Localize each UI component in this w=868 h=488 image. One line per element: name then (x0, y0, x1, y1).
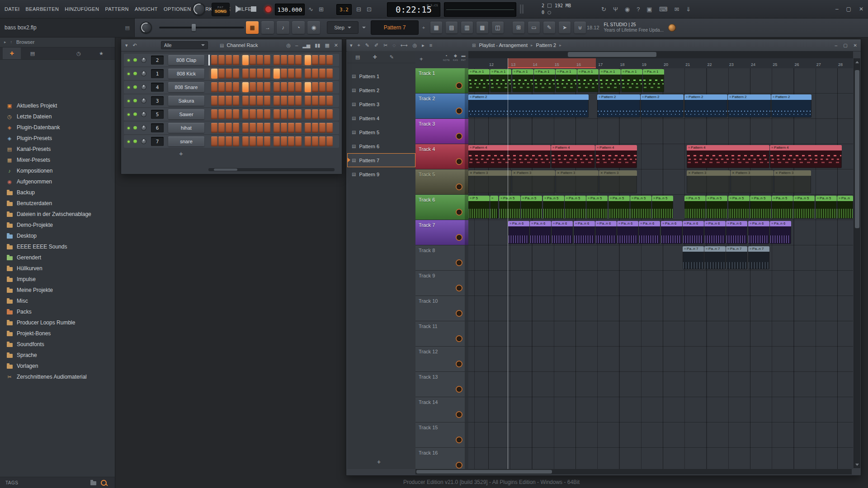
menu-item-hinzuf-gen[interactable]: HINZUFÜGEN (65, 6, 99, 12)
track-arm-button[interactable] (456, 361, 462, 367)
step-7[interactable] (257, 109, 263, 119)
tab-plugins[interactable]: ▤ (24, 47, 42, 59)
plugin-database-button[interactable]: ⊞ (513, 22, 524, 33)
browser-item-impulse[interactable]: Impulse (0, 274, 115, 285)
track-arm-button[interactable] (456, 82, 462, 89)
slip-tool[interactable]: ⟷ (401, 42, 408, 48)
select-tool[interactable]: ⌖ (358, 42, 360, 48)
grid-view-button[interactable]: ▦ (325, 42, 329, 48)
step-15[interactable] (319, 55, 326, 65)
browser-item-desktop[interactable]: Desktop (0, 230, 115, 241)
step-8[interactable] (264, 109, 270, 119)
clip-pa-n-7[interactable]: ≡Pa..n 7 (748, 246, 769, 269)
track-arm-button[interactable] (456, 335, 462, 342)
step-12[interactable] (295, 55, 302, 65)
clip-pa-n-5[interactable]: ≡Pa..n 5 (499, 196, 520, 219)
track-lane-15[interactable] (468, 422, 853, 448)
track-lane-16[interactable] (468, 448, 853, 469)
step-9[interactable] (274, 69, 280, 79)
track-lane-9[interactable] (468, 271, 853, 296)
draw-tool[interactable]: ✎ (365, 42, 369, 48)
channel-led[interactable] (127, 127, 130, 129)
browser-item-vorlagen[interactable]: Vorlagen (0, 361, 115, 371)
track-header-7[interactable]: Track 7 (415, 220, 468, 245)
channel-button[interactable]: snare (168, 136, 204, 146)
playlist-vertical-scrollbar[interactable] (854, 58, 860, 468)
oscillator-view-icon[interactable]: ◎ (287, 42, 291, 48)
browser-item-demo-projekte[interactable]: Demo-Projekte (0, 220, 115, 230)
tab-recent[interactable]: ◷ (70, 47, 88, 59)
step-4[interactable] (233, 96, 239, 106)
slice-tool[interactable]: ≡ (429, 42, 432, 48)
slider-handle[interactable] (192, 24, 196, 31)
minimize-button[interactable]: – (835, 6, 839, 12)
clip-pa-n-5[interactable]: ≡Pa..n 5 (750, 196, 771, 219)
step-10[interactable] (281, 96, 287, 106)
browser-item-producer-loops-rumble[interactable]: Producer Loops Rumble (0, 317, 115, 328)
project-filename-box[interactable]: bass box2.flp ▤ (0, 18, 135, 37)
clip-pattern-2[interactable]: ≡Pattern 2 (684, 94, 727, 117)
channel-led[interactable] (127, 113, 130, 116)
step-12[interactable] (295, 123, 302, 133)
render-button[interactable]: ➤ (559, 22, 571, 33)
step-9[interactable] (274, 55, 280, 65)
step-4[interactable] (233, 55, 239, 65)
pattern-item-pattern-4[interactable]: ▤Pattern 4 (347, 111, 415, 125)
step-3[interactable] (226, 136, 232, 146)
midi-keyboard-icon[interactable]: ⊞ (319, 6, 324, 13)
step-1[interactable] (211, 69, 217, 79)
browser-item-plugin-datenbank[interactable]: ◈Plugin-Datenbank (0, 122, 115, 133)
browser-item-eeee-eeee-sounds[interactable]: EEEE EEEE Sounds (0, 241, 115, 252)
clip-pattern-2[interactable]: ≡Pattern 2 (728, 94, 771, 117)
step-14[interactable] (312, 136, 318, 146)
step-1[interactable] (211, 96, 217, 106)
step-7[interactable] (257, 55, 263, 65)
clip-pattern-3[interactable]: ✕Pattern 3 (599, 170, 637, 193)
track-arm-button[interactable] (456, 183, 462, 190)
clip-pa-n-7[interactable]: ≡Pa..n 7 (704, 246, 726, 269)
channel-pan-knob[interactable] (141, 139, 146, 144)
track-header-11[interactable]: Track 11 (415, 321, 468, 347)
step-10[interactable] (281, 136, 287, 146)
step-12[interactable] (295, 96, 302, 106)
step-2[interactable] (218, 82, 225, 92)
add-track-button[interactable]: + (420, 56, 423, 62)
picker-add-pattern-button[interactable]: ✚ (373, 54, 377, 60)
step-14[interactable] (312, 55, 318, 65)
step-6[interactable] (250, 82, 256, 92)
typing-piano-button[interactable]: ▦ (246, 21, 259, 34)
picker-rename-button[interactable]: ✎ (390, 54, 394, 60)
browser-item-meine-projekte[interactable]: Meine Projekte (0, 285, 115, 296)
step-4[interactable] (233, 109, 239, 119)
loop-record-button[interactable]: ◉ (307, 21, 320, 34)
channel-mute-toggle[interactable] (133, 126, 137, 130)
step-14[interactable] (312, 123, 318, 133)
step-11[interactable] (288, 109, 294, 119)
track-lane-1[interactable]: ≡Pa..n 1≡Pa..n 1≡Pa..n 1≡Pa..n 1≡Pa..n 1… (468, 68, 853, 94)
scrollbar-handle[interactable] (416, 470, 552, 474)
step-10[interactable] (281, 69, 287, 79)
step-10[interactable] (281, 123, 287, 133)
step-14[interactable] (312, 69, 318, 79)
clip-pa-n-6[interactable]: ≡Pa..n 6 (552, 221, 573, 244)
playlist-minimize-button[interactable]: – (835, 43, 838, 48)
browser-item-letzte-dateien[interactable]: ◷Letzte Dateien (0, 111, 115, 122)
step-15[interactable] (319, 123, 326, 133)
master-pitch-slider[interactable] (159, 27, 244, 28)
channel-pan-knob[interactable] (141, 125, 146, 131)
channel-mute-toggle[interactable] (133, 58, 137, 62)
step-6[interactable] (250, 55, 256, 65)
browser-collapse-icon[interactable]: ▸ (4, 40, 6, 44)
headcol-kan[interactable]: ◆KAN (453, 53, 458, 61)
step-4[interactable] (233, 82, 239, 92)
track-lane-7[interactable]: ≡Pa..n 6≡Pa..n 6≡Pa..n 6≡Pa..n 6≡Pa..n 6… (468, 220, 853, 245)
channel-button[interactable]: hihat (168, 123, 204, 133)
step-13[interactable] (305, 69, 311, 79)
scroll-up-button[interactable] (854, 59, 860, 65)
clip-pattern-3[interactable]: ✕Pattern 3 (556, 170, 599, 193)
step-15[interactable] (319, 82, 326, 92)
step-7[interactable] (257, 82, 263, 92)
track-lane-4[interactable]: ≡Pattern 4≡Pattern 4≡Pattern 4≡Pattern 4… (468, 144, 853, 169)
save-icon[interactable]: ▣ (646, 6, 652, 13)
shuffle-knob[interactable] (140, 22, 152, 33)
